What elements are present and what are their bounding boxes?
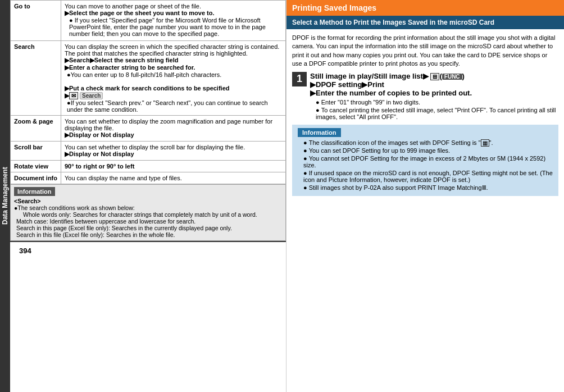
info-line2: Match case: Identifies between uppercase… [16, 218, 282, 225]
info-box-right-header: Information [298, 128, 341, 137]
row-label-search: Search [11, 41, 61, 116]
info-box-left: Information <Search> ●The search conditi… [10, 184, 286, 241]
step-bullet1: Enter "01" through "99" in two digits. [316, 99, 558, 106]
info-box-left-content: <Search> ●The search conditions work as … [14, 198, 282, 238]
info-line4: Search in this file (Excel file only): S… [16, 231, 282, 238]
search-line1: ▶Search▶Select the search string field [65, 57, 178, 63]
info-line3: Search in this page (Excel file only): S… [16, 225, 282, 231]
right-panel: Printing Saved Images Select a Method to… [286, 0, 564, 392]
search-badge[interactable]: Search [80, 92, 103, 99]
right-info-bullet5: Still images shot by P-02A also support … [303, 184, 553, 192]
goto-bullet1: If you select "Specified page" for the M… [69, 17, 282, 37]
row-label-zoom: Zoom & page [11, 116, 61, 142]
func-icon: ⊞ [430, 73, 439, 80]
sidebar-label: Data Management [0, 162, 10, 230]
right-info-bullet1: The classification icon of the images se… [303, 139, 553, 146]
page-container: Data Management Go to You can move to an… [0, 0, 564, 392]
search-note1: ●You can enter up to 8 full-pitch/16 hal… [67, 71, 282, 78]
step-bullet2: To cancel printing the selected still im… [316, 107, 558, 120]
info-line1: Whole words only: Searches for character… [23, 211, 282, 218]
func-badge: FUNC [442, 74, 462, 80]
step-line1: Still image in play/Still image list▶ ⊞(… [310, 72, 558, 80]
right-info-bullet2: You can set DPOF Setting for up to 999 i… [303, 147, 553, 154]
left-panel: Data Management Go to You can move to an… [0, 0, 286, 392]
table-column: Go to You can move to another page or sh… [10, 0, 286, 392]
table-row-docinfo: Document info You can display the name a… [11, 172, 286, 184]
step-line2: ▶DPOF setting▶Print [310, 80, 558, 89]
sidebar-column: Data Management [0, 0, 10, 392]
search-line3: ▶Put a check mark for search conditions … [65, 85, 229, 92]
info-line0: ●The search conditions work as shown bel… [14, 204, 135, 211]
table-row: Go to You can move to another page or sh… [11, 1, 286, 41]
row-content-rotate: 90° to right or 90° to left [61, 161, 286, 172]
right-sub-title: Select a Method to Print the Images Save… [286, 16, 564, 29]
row-content-goto: You can move to another page or sheet of… [61, 1, 286, 41]
left-panel-inner: Data Management Go to You can move to an… [0, 0, 286, 392]
row-content-docinfo: You can display the name and type of fil… [61, 172, 286, 184]
right-intro: DPOF is the format for recording the pri… [292, 34, 558, 69]
step-number: 1 [292, 72, 307, 86]
scroll-line1: ▶Display or Not display [65, 151, 134, 157]
row-content-search: You can display the screen in which the … [61, 41, 286, 116]
info-search-header: <Search> [14, 198, 40, 204]
row-label-rotate: Rotate view [11, 161, 61, 172]
info-box-right-content: The classification icon of the images se… [298, 139, 553, 192]
table-row-rotate: Rotate view 90° to right or 90° to left [11, 161, 286, 172]
table-row-scroll: Scroll bar You can set whether to displa… [11, 142, 286, 161]
search-line2: ▶Enter a character string to be searched… [65, 64, 195, 71]
goto-line1: ▶Select the page or the sheet you want t… [65, 10, 215, 16]
search-line4: ▶✉ Search [65, 92, 103, 99]
table-row-search: Search You can display the screen in whi… [11, 41, 286, 116]
right-info-bullet3: You cannot set DPOF Setting for the imag… [303, 155, 553, 168]
bottom-bar: 394 [10, 241, 286, 259]
zoom-line1: ▶Display or Not display [65, 131, 134, 138]
rotate-line1: 90° to right or 90° to left [65, 163, 134, 170]
row-label-goto: Go to [11, 1, 61, 41]
info-box-left-header: Information [14, 187, 55, 196]
page-number: 394 [15, 244, 36, 257]
right-main-title: Printing Saved Images [286, 0, 564, 16]
step-line3: ▶Enter the number of copies to be printe… [310, 89, 558, 97]
row-label-docinfo: Document info [11, 172, 61, 184]
data-table: Go to You can move to another page or sh… [10, 0, 286, 184]
row-label-scroll: Scroll bar [11, 142, 61, 161]
table-row-zoom: Zoom & page You can set whether to displ… [11, 116, 286, 142]
right-info-bullet4: If unused space on the microSD card is n… [303, 170, 553, 183]
row-content-scroll: You can set whether to display the scrol… [61, 142, 286, 161]
right-content: DPOF is the format for recording the pri… [286, 29, 564, 200]
info-box-right: Information The classification icon of t… [292, 125, 558, 196]
search-icon-box: ✉ [69, 92, 78, 99]
row-content-zoom: You can set whether to display the zoom … [61, 116, 286, 142]
step-container: 1 Still image in play/Still image list▶ … [292, 72, 558, 121]
step-content: Still image in play/Still image list▶ ⊞(… [310, 72, 558, 121]
search-note2: ●If you select "Search prev." or "Search… [67, 99, 282, 113]
dpof-icon: ▦ [481, 139, 489, 147]
